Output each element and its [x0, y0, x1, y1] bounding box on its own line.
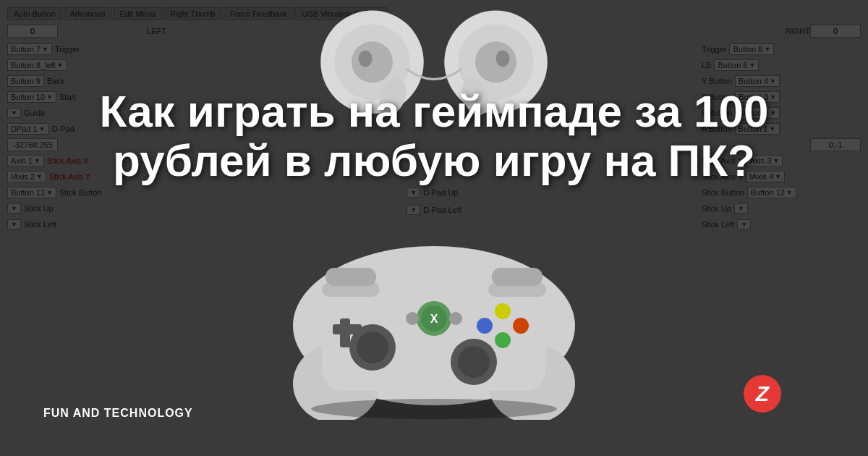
title-line2: рублей в любую игру на ПК? [43, 136, 825, 185]
svg-point-17 [458, 346, 490, 378]
svg-point-15 [357, 332, 388, 363]
svg-point-21 [513, 318, 529, 334]
svg-rect-19 [333, 324, 362, 334]
svg-point-7 [475, 41, 516, 83]
controller-image-area: X [278, 217, 590, 427]
svg-point-33 [311, 399, 557, 419]
svg-point-22 [477, 318, 493, 334]
svg-rect-30 [492, 268, 542, 286]
svg-point-2 [352, 41, 393, 83]
main-title: Как играть на геймпаде за 100 рублей в л… [43, 87, 825, 185]
z-logo: Z [744, 375, 781, 413]
svg-point-8 [496, 51, 510, 67]
controller-svg: X [278, 217, 590, 420]
title-line1: Как играть на геймпаде за 100 [43, 87, 825, 136]
svg-point-23 [495, 332, 511, 348]
svg-point-31 [406, 312, 419, 325]
svg-rect-29 [326, 268, 376, 286]
brand-tag: FUN AND TECHNOLOGY [43, 407, 193, 420]
title-block: Как играть на геймпаде за 100 рублей в л… [0, 87, 868, 185]
svg-point-20 [495, 303, 511, 319]
svg-point-32 [449, 312, 462, 325]
svg-text:X: X [430, 313, 438, 325]
svg-point-3 [359, 51, 373, 67]
overlay: X Как играть на геймпаде за 100 рублей в… [0, 0, 868, 456]
